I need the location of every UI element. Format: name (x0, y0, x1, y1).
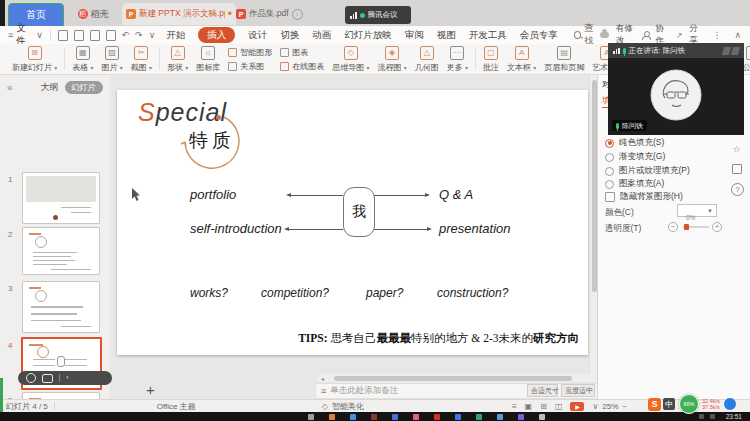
input-language-indicator[interactable]: 中 (663, 398, 675, 410)
taskbar-icon[interactable] (476, 414, 482, 420)
outline-tab[interactable]: 大纲 (41, 81, 59, 94)
theme-name[interactable]: Office 主题 (157, 401, 196, 412)
geometry-button[interactable]: △几何图 (415, 46, 439, 73)
more-button[interactable]: ⋯更多 ▾ (447, 46, 468, 73)
presenter-tools-pill[interactable]: ‹ (18, 371, 112, 385)
keyboard-icon[interactable] (42, 374, 53, 383)
help-icon[interactable]: ? (731, 183, 744, 196)
transparency-minus-button[interactable]: − (668, 222, 678, 232)
beautify-suggestion-width[interactable]: 宽度适中 (561, 384, 595, 397)
tab-docer[interactable]: 稻 稻壳 (68, 3, 118, 25)
zoom-level[interactable]: 25% (602, 402, 618, 411)
menu-review[interactable]: 审阅 (405, 29, 424, 42)
print-icon[interactable] (90, 30, 100, 41)
emoji-face-icon[interactable] (26, 373, 36, 383)
favorites-star-icon[interactable]: ☆ (731, 143, 742, 154)
table-button[interactable]: ▦表格 ▾ (72, 46, 93, 73)
sogou-input-icon[interactable]: S (648, 398, 661, 411)
undo-icon[interactable]: ↶ (122, 30, 130, 40)
taskbar-icon[interactable] (350, 414, 356, 420)
comment-button[interactable]: ▢批注 (483, 46, 499, 73)
hide-background-checkbox[interactable]: 隐藏背景图形(H) (605, 191, 683, 203)
tab-document-pdf[interactable]: P 作品集.pdf i (232, 3, 344, 25)
taskbar-icon[interactable] (497, 414, 503, 420)
transparency-plus-button[interactable]: + (712, 222, 722, 232)
collapse-panel-icon[interactable]: « (7, 82, 13, 93)
mindmap-button[interactable]: ◇思维导图 ▾ (332, 46, 369, 73)
screenshot-button[interactable]: ✂截图 ▾ (131, 46, 152, 73)
taskbar-icon[interactable] (392, 414, 398, 420)
assistant-bubble-icon[interactable] (723, 397, 737, 411)
menu-devtools[interactable]: 开发工具 (469, 29, 507, 42)
hamburger-icon[interactable]: ≡ (8, 30, 13, 40)
notes-toggle-icon[interactable]: ≡ (512, 402, 517, 411)
fill-option-gradient[interactable]: 渐变填充(G) (605, 151, 665, 163)
sorter-view-icon[interactable]: ⊞ (540, 402, 547, 411)
slideshow-play-button[interactable]: ▶ (570, 402, 584, 411)
textbox-button[interactable]: A文本框 ▾ (507, 46, 536, 73)
online-chart-button[interactable]: 在线图表 (280, 61, 324, 72)
menu-transition[interactable]: 切换 (280, 29, 299, 42)
file-chevron-icon[interactable]: ∨ (36, 30, 43, 40)
meeting-video-overlay[interactable]: 正在讲话: 陈问铁 陈问铁 (608, 43, 744, 135)
play-options-chevron-icon[interactable]: ∨ (592, 402, 598, 411)
share-icon[interactable]: ↗ (676, 31, 683, 40)
redo-icon[interactable]: ↷ (135, 30, 143, 40)
slide-thumb-2[interactable] (22, 227, 100, 275)
save-icon[interactable] (58, 30, 68, 41)
icon-library-button[interactable]: ☼图标库 (196, 46, 220, 73)
menu-design[interactable]: 设计 (248, 29, 267, 42)
taskbar-icon[interactable] (539, 414, 545, 420)
layout-frame-icon[interactable] (732, 164, 742, 174)
add-slide-button[interactable]: + (146, 381, 155, 398)
color-dropdown[interactable]: ▼ (677, 204, 717, 217)
preview-icon[interactable] (106, 30, 116, 41)
cloud-sync-icon[interactable] (600, 32, 608, 38)
relation-chart-button[interactable]: 关系图 (228, 61, 272, 72)
slides-tab-pill[interactable]: 幻灯片 (65, 81, 103, 94)
collaborate-icon[interactable] (642, 31, 648, 39)
horizontal-scrollbar-thumb[interactable] (334, 376, 572, 381)
menu-animation[interactable]: 动画 (312, 29, 331, 42)
normal-view-icon[interactable]: ▣ (525, 402, 533, 411)
smartart-button[interactable]: 智能图形 (228, 47, 272, 58)
reading-view-icon[interactable]: ◫ (555, 402, 563, 411)
header-footer-button[interactable]: ▤页眉和页脚 (544, 46, 584, 73)
beautify-suggestion-size[interactable]: 合适尺寸 (527, 384, 558, 397)
slide-thumb-3[interactable] (22, 281, 100, 333)
fill-option-solid[interactable]: 纯色填充(S) (605, 137, 664, 149)
taskbar-icon[interactable] (455, 414, 461, 420)
shapes-button[interactable]: △形状 ▾ (167, 46, 188, 73)
scroll-left-arrow-icon[interactable]: ◂ (321, 375, 324, 382)
transparency-slider[interactable] (683, 226, 709, 228)
menu-slideshow[interactable]: 幻灯片放映 (344, 29, 392, 42)
zoom-out-icon[interactable]: − (622, 402, 627, 411)
menu-insert-active[interactable]: 插入 (198, 27, 235, 43)
smart-beautify-button[interactable]: 智能美化 (332, 401, 364, 412)
tab-document-pptx[interactable]: P 新建 PPTX 演示文稿.pptx • (122, 3, 236, 25)
taskbar-icon[interactable] (434, 414, 440, 420)
taskbar-icon[interactable] (329, 414, 335, 420)
collapse-ribbon-icon[interactable]: ∧ (734, 30, 741, 40)
flowchart-button[interactable]: ◈流程图 ▾ (378, 46, 407, 73)
horizontal-scrollbar[interactable]: ◂ (318, 374, 598, 382)
tencent-meeting-minibar[interactable]: 腾讯会议 (345, 6, 411, 24)
more-chevron-icon[interactable]: ∨ (149, 30, 156, 40)
taskbar-icon[interactable] (413, 414, 419, 420)
slide-thumb-1[interactable] (22, 172, 100, 224)
picture-button[interactable]: ▨图片 ▾ (102, 46, 123, 73)
menu-start[interactable]: 开始 (166, 29, 185, 42)
taskbar-icon[interactable] (308, 414, 314, 420)
fill-option-pattern[interactable]: 图案填充(A) (605, 178, 664, 190)
export-icon[interactable] (74, 30, 84, 41)
chart-button[interactable]: 图表 (280, 47, 324, 58)
menu-member[interactable]: 会员专享 (520, 29, 558, 42)
transparency-slider-thumb[interactable] (684, 224, 689, 230)
menu-view[interactable]: 视图 (437, 29, 456, 42)
fill-option-picture[interactable]: 图片或纹理填充(P) (605, 165, 690, 177)
vertical-scrollbar-thumb[interactable] (592, 80, 597, 292)
performance-percent-badge[interactable]: 66% (679, 394, 699, 414)
taskbar-icon[interactable] (518, 414, 524, 420)
new-slide-button[interactable]: ⊞新建幻灯片 ▾ (12, 46, 57, 73)
collapse-chevron-icon[interactable]: ‹ (66, 374, 69, 382)
